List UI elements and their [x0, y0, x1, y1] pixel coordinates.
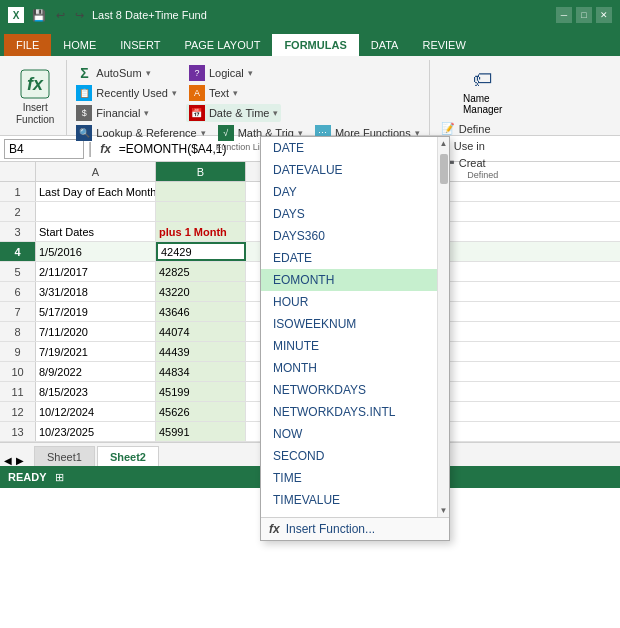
define-name-button[interactable]: 📝 Define [438, 121, 528, 136]
cell-b10[interactable]: 44834 [156, 362, 246, 381]
dropdown-item-time[interactable]: TIME [261, 467, 449, 489]
dropdown-item-networkdays[interactable]: NETWORKDAYS [261, 379, 449, 401]
financial-label: Financial [96, 107, 140, 119]
dropdown-item-edate[interactable]: EDATE [261, 247, 449, 269]
dropdown-item-isoweeknum[interactable]: ISOWEEKNUM [261, 313, 449, 335]
insert-function-label: InsertFunction [16, 102, 54, 126]
window-controls: ─ □ ✕ [556, 7, 612, 23]
col-header-a[interactable]: A [36, 162, 156, 181]
close-btn[interactable]: ✕ [596, 7, 612, 23]
text-button[interactable]: A Text ▾ [186, 84, 282, 102]
name-box[interactable] [4, 139, 84, 159]
row-num-13: 13 [0, 422, 36, 441]
cell-b6[interactable]: 43220 [156, 282, 246, 301]
tab-home[interactable]: HOME [51, 34, 108, 56]
lookup-ref-button[interactable]: 🔍 Lookup & Reference ▾ [73, 124, 208, 142]
date-time-button[interactable]: 📅 Date & Time ▾ [186, 104, 282, 122]
sheet-nav-right[interactable]: ▶ [16, 455, 24, 466]
dropdown-item-minute[interactable]: MINUTE [261, 335, 449, 357]
tab-file[interactable]: FILE [4, 34, 51, 56]
function-dropdown: ▲ ▼ DATE DATEVALUE DAY DAYS DAYS360 EDAT… [260, 136, 450, 541]
cell-a10[interactable]: 8/9/2022 [36, 362, 156, 381]
ribbon-group-defined: 🏷 NameManager 📝 Define ↗ Use in ➕ Creat … [430, 60, 536, 135]
name-manager-icon: 🏷 [473, 68, 493, 91]
dropdown-item-eomonth[interactable]: EOMONTH [261, 269, 449, 291]
name-manager-label: NameManager [463, 93, 502, 115]
status-icon: ⊞ [55, 471, 64, 484]
undo-btn[interactable]: ↩ [54, 8, 67, 23]
cell-b8[interactable]: 44074 [156, 322, 246, 341]
cell-a2[interactable] [36, 202, 156, 221]
cell-a6[interactable]: 3/31/2018 [36, 282, 156, 301]
dropdown-item-date[interactable]: DATE [261, 137, 449, 159]
use-in-button[interactable]: ↗ Use in [438, 138, 528, 153]
lookup-chevron: ▾ [201, 128, 206, 138]
scroll-thumb[interactable] [440, 154, 448, 184]
cell-a9[interactable]: 7/19/2021 [36, 342, 156, 361]
sheet-tab-2[interactable]: Sheet2 [97, 446, 159, 466]
financial-button[interactable]: $ Financial ▾ [73, 104, 180, 122]
name-manager-button[interactable]: 🏷 NameManager [438, 64, 528, 119]
left-btn-col: Σ AutoSum ▾ 📋 Recently Used ▾ $ Financia… [73, 64, 180, 122]
tab-formulas[interactable]: FORMULAS [272, 34, 358, 56]
cell-b2[interactable] [156, 202, 246, 221]
tab-insert[interactable]: INSERT [108, 34, 172, 56]
tab-data[interactable]: DATA [359, 34, 411, 56]
dropdown-item-hour[interactable]: HOUR [261, 291, 449, 313]
cell-b11[interactable]: 45199 [156, 382, 246, 401]
minimize-btn[interactable]: ─ [556, 7, 572, 23]
cell-b1[interactable] [156, 182, 246, 201]
tab-review[interactable]: REVIEW [410, 34, 477, 56]
cell-b12[interactable]: 45626 [156, 402, 246, 421]
cell-b4[interactable]: 42429 [156, 242, 246, 261]
scrollbar[interactable]: ▲ ▼ [437, 137, 449, 517]
cell-a7[interactable]: 5/17/2019 [36, 302, 156, 321]
dropdown-item-days[interactable]: DAYS [261, 203, 449, 225]
fx-button[interactable]: fx [96, 142, 115, 156]
cell-b7[interactable]: 43646 [156, 302, 246, 321]
maximize-btn[interactable]: □ [576, 7, 592, 23]
cell-a11[interactable]: 8/15/2023 [36, 382, 156, 401]
cell-a3[interactable]: Start Dates [36, 222, 156, 241]
dropdown-item-days360[interactable]: DAYS360 [261, 225, 449, 247]
cell-a12[interactable]: 10/12/2024 [36, 402, 156, 421]
cell-b13[interactable]: 45991 [156, 422, 246, 441]
recently-used-button[interactable]: 📋 Recently Used ▾ [73, 84, 180, 102]
dropdown-item-now[interactable]: NOW [261, 423, 449, 445]
cell-b3[interactable]: plus 1 Month ↓ [156, 222, 246, 241]
recently-used-label: Recently Used [96, 87, 168, 99]
dropdown-item-month[interactable]: MONTH [261, 357, 449, 379]
cell-a8[interactable]: 7/11/2020 [36, 322, 156, 341]
autosum-icon: Σ [76, 65, 92, 81]
excel-icon: X [8, 7, 24, 23]
row-num-11: 11 [0, 382, 36, 401]
create-button[interactable]: ➕ Creat [438, 155, 528, 170]
sheet-nav-left[interactable]: ◀ [4, 455, 12, 466]
dropdown-item-today[interactable]: TODAY [261, 511, 449, 517]
col-header-b[interactable]: B [156, 162, 246, 181]
cell-a5[interactable]: 2/11/2017 [36, 262, 156, 281]
insert-function-button[interactable]: fx InsertFunction [12, 60, 58, 133]
tab-page-layout[interactable]: PAGE LAYOUT [172, 34, 272, 56]
autosum-button[interactable]: Σ AutoSum ▾ [73, 64, 180, 82]
save-quick-btn[interactable]: 💾 [30, 8, 48, 23]
dropdown-item-day[interactable]: DAY [261, 181, 449, 203]
scroll-down-arrow[interactable]: ▼ [438, 504, 449, 517]
cell-a4[interactable]: 1/5/2016 [36, 242, 156, 261]
dropdown-item-second[interactable]: SECOND [261, 445, 449, 467]
row-num-7: 7 [0, 302, 36, 321]
sheet-tab-1[interactable]: Sheet1 [34, 446, 95, 466]
cell-b5[interactable]: 42825 [156, 262, 246, 281]
cell-a13[interactable]: 10/23/2025 [36, 422, 156, 441]
logical-button[interactable]: ? Logical ▾ [186, 64, 282, 82]
dropdown-item-networkdays-intl[interactable]: NETWORKDAYS.INTL [261, 401, 449, 423]
cell-b9[interactable]: 44439 [156, 342, 246, 361]
dropdown-item-timevalue[interactable]: TIMEVALUE [261, 489, 449, 511]
dropdown-item-datevalue[interactable]: DATEVALUE [261, 159, 449, 181]
usein-label: Use in [454, 140, 485, 152]
lookup-label: Lookup & Reference [96, 127, 196, 139]
cell-a1[interactable]: Last Day of Each Month [36, 182, 156, 201]
dropdown-footer[interactable]: fx Insert Function... [261, 517, 449, 540]
scroll-up-arrow[interactable]: ▲ [438, 137, 449, 150]
redo-btn[interactable]: ↪ [73, 8, 86, 23]
